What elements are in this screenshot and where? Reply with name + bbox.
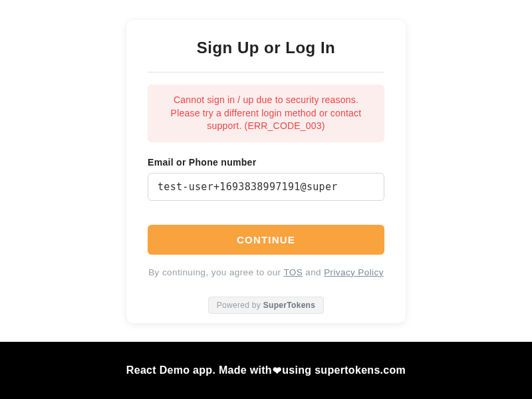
legal-text: By continuing, you agree to our TOS and … bbox=[148, 265, 384, 280]
continue-button[interactable]: CONTINUE bbox=[148, 225, 384, 255]
powered-brand: SuperTokens bbox=[263, 301, 315, 310]
powered-prefix: Powered by bbox=[217, 301, 263, 310]
email-phone-input[interactable] bbox=[148, 173, 384, 201]
powered-by-badge: Powered by SuperTokens bbox=[208, 297, 324, 314]
heart-icon: ❤ bbox=[273, 364, 281, 377]
auth-card: Sign Up or Log In Cannot sign in / up du… bbox=[126, 20, 406, 323]
tos-link[interactable]: TOS bbox=[283, 267, 303, 277]
legal-prefix: By continuing, you agree to our bbox=[148, 267, 283, 277]
footer-text-after: using supertokens.com bbox=[282, 364, 406, 376]
email-field-label: Email or Phone number bbox=[148, 157, 384, 168]
footer-bar: React Demo app. Made with ❤ using supert… bbox=[0, 342, 532, 399]
powered-wrap: Powered by SuperTokens bbox=[148, 297, 384, 314]
privacy-link[interactable]: Privacy Policy bbox=[324, 267, 384, 277]
footer-text-before: React Demo app. Made with bbox=[126, 364, 272, 376]
legal-and: and bbox=[305, 267, 324, 277]
error-message: Cannot sign in / up due to security reas… bbox=[148, 84, 384, 142]
page-title: Sign Up or Log In bbox=[148, 39, 384, 57]
divider bbox=[148, 72, 384, 72]
